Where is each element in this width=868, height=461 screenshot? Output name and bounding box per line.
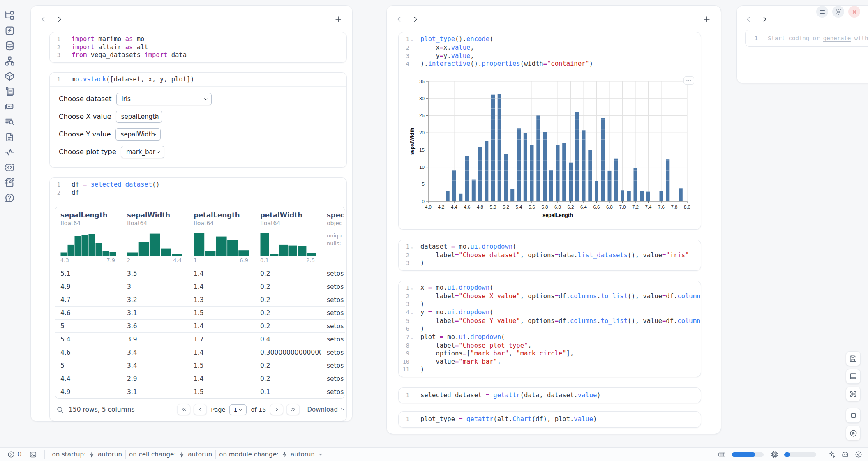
fold-chevron-icon[interactable]: ⌄ [409,35,415,44]
svg-text:6.0: 6.0 [554,205,561,210]
file-tree-icon[interactable] [4,10,15,21]
search-icon[interactable] [56,406,64,413]
table-cell: 0.2 [255,375,321,383]
column-header-sepalWidth[interactable]: sepalWidthfloat6424.4 [122,211,188,263]
panel-layout-button[interactable] [846,369,861,384]
trace-search-icon[interactable] [4,116,15,127]
table-row[interactable]: 4.42.91.40.2setos [55,372,345,385]
code-line: 3) [399,259,701,267]
run-mode-3[interactable]: on module change:autorun [219,451,323,458]
chart-actions-button[interactable] [683,76,694,85]
errors-indicator[interactable]: 0 [7,451,22,458]
code-editor[interactable]: 1mo.vstack([dataset, x, y, plot]) [50,73,346,87]
code-editor[interactable]: 1df = selected_dataset()2df [50,178,346,200]
table-cell: setos [321,336,345,343]
empty-cell-editor[interactable]: 1 Start coding or generate with AI [745,30,868,47]
table-row[interactable]: 53.61.40.2setos [55,319,345,332]
chart-output[interactable]: 051015202530354.04.24.44.64.85.05.25.45.… [399,71,701,229]
fold-chevron-icon[interactable]: ⌄ [409,284,415,293]
column-header-spec[interactable]: specobjecuniqunulls: [321,211,345,263]
chevron-left-icon[interactable] [393,14,405,25]
dependency-graph-icon[interactable] [4,55,15,66]
command-icon [850,390,857,398]
line-number: 3 [399,300,409,309]
x-value-select[interactable]: sepalLength [116,111,162,123]
chevron-right-icon[interactable] [410,14,421,25]
stop-button[interactable] [846,408,861,423]
svg-text:6.6: 6.6 [593,205,600,210]
code-editor[interactable]: 1import marimo as mo2import altair as al… [50,32,346,62]
keyboard-shortcuts-button[interactable] [846,387,861,401]
column-header-petalWidth[interactable]: petalWidthfloat640.12.5 [255,211,321,263]
code-editor[interactable]: 1⌄plot_type().encode(2 x=x.value,3 y=y.v… [399,32,701,71]
terminal-button[interactable] [29,451,37,459]
table-row[interactable]: 5.13.51.40.2setos [55,267,345,280]
code-editor[interactable]: 1⌄dataset = mo.ui.dropdown(2 label="Choo… [399,240,701,270]
code-line: 4).interactive().properties(width="conta… [399,60,701,68]
svg-text:5.2: 5.2 [503,205,509,210]
table-header-row: sepalLengthfloat644.37.9sepalWidthfloat6… [55,207,345,267]
code-editor[interactable]: 1selected_dataset = getattr(data, datase… [399,388,701,403]
table-row[interactable]: 4.63.11.50.2setos [55,306,345,319]
code-editor[interactable]: 1⌄x = mo.ui.dropdown(2 label="Choose X v… [399,281,701,377]
table-row[interactable]: 53.41.50.2setos [55,359,345,372]
menu-icon [819,9,826,15]
database-icon[interactable] [4,40,15,51]
dropdown-label: Choose dataset [59,95,112,103]
prev-page-button[interactable] [194,404,207,415]
fold-gutter [409,251,415,260]
generate-with-ai-link[interactable]: generate [823,35,851,41]
script-icon[interactable] [4,86,15,97]
cell-imports: 1import marimo as mo2import altair as al… [49,32,347,63]
add-cell-button[interactable] [332,14,344,25]
run-mode-1[interactable]: on startup:autorun [52,451,122,458]
chevron-right-icon[interactable] [759,14,771,25]
plot-type-select[interactable]: mark_bar [121,146,164,158]
assistant-bot-button[interactable] [841,451,849,459]
fold-chevron-icon[interactable]: ⌄ [409,243,415,251]
activity-icon[interactable] [4,147,15,157]
download-button[interactable]: Download [307,406,345,413]
functions-icon[interactable] [4,25,15,36]
run-all-button[interactable] [846,426,861,440]
svg-text:4.6: 4.6 [464,205,471,210]
help-icon[interactable] [4,192,15,203]
package-icon[interactable] [4,71,15,81]
chevron-left-icon[interactable] [743,14,754,25]
chevron-right-icon[interactable] [54,14,65,25]
add-cell-button[interactable] [701,14,713,25]
save-button[interactable] [846,351,861,366]
first-page-button[interactable] [177,404,190,415]
line-number: 3 [50,51,60,60]
menu-button[interactable] [816,6,828,18]
page-select[interactable]: 1 [229,404,247,415]
code-editor[interactable]: 1plot_type = getattr(alt.Chart(df), plot… [399,412,701,427]
run-mode-2[interactable]: on cell change:autorun [129,451,212,458]
table-cell: setos [321,375,345,383]
chevron-left-icon[interactable] [37,14,49,25]
table-cell: 1.3 [188,296,255,304]
snippets-icon[interactable] [4,162,15,173]
chat-bot-icon[interactable] [4,101,15,112]
fold-gutter [60,35,66,44]
table-row[interactable]: 4.63.41.40.30000000000000004setos [55,346,345,359]
dataset-select[interactable]: iris [116,93,212,105]
y-value-select[interactable]: sepalWidth [115,128,161,141]
shutdown-button[interactable] [848,6,860,18]
table-row[interactable]: 4.931.40.2setos [55,280,345,293]
fold-chevron-icon[interactable]: ⌄ [409,309,415,317]
ai-assist-button[interactable] [828,451,836,459]
last-page-button[interactable] [286,404,300,415]
column-header-sepalLength[interactable]: sepalLengthfloat644.37.9 [55,211,122,263]
column-header-petalLength[interactable]: petalLengthfloat6416.9 [188,211,255,263]
settings-button[interactable] [832,6,844,18]
table-cell: 1.7 [188,336,255,343]
table-cell: 3 [122,283,188,290]
table-row[interactable]: 5.43.91.70.4setos [55,332,345,346]
notebook-icon[interactable] [4,177,15,188]
next-page-button[interactable] [270,404,283,415]
table-row[interactable]: 4.73.21.30.2setos [55,293,345,306]
document-icon[interactable] [4,131,15,142]
table-row[interactable]: 4.93.11.50.1setos [55,385,345,398]
fold-chevron-icon[interactable]: ⌄ [409,333,415,342]
